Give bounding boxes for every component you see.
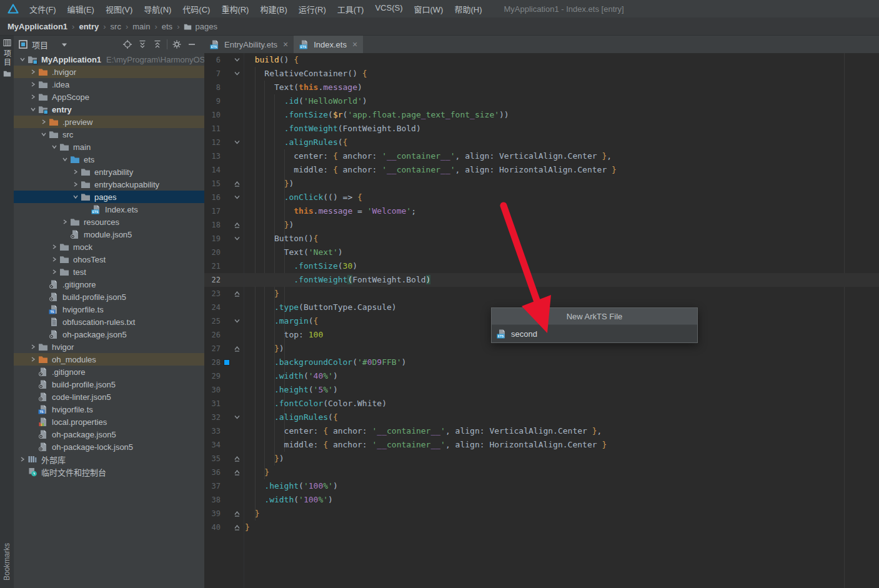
chevron-icon[interactable] xyxy=(17,54,27,64)
fold-collapse-icon[interactable] xyxy=(234,235,241,242)
menu-item[interactable]: 重构(R) xyxy=(216,3,254,15)
tree-row[interactable]: resources xyxy=(14,216,204,228)
breadcrumb-item[interactable]: pages xyxy=(184,22,217,31)
breadcrumb-item[interactable]: main xyxy=(132,22,150,31)
tree-row[interactable]: AppScope xyxy=(14,91,204,103)
chevron-icon[interactable] xyxy=(49,267,59,277)
fold-end-icon[interactable] xyxy=(234,180,241,187)
tree-row[interactable]: obfuscation-rules.txt xyxy=(14,316,204,328)
menu-item[interactable]: 文件(F) xyxy=(24,3,62,15)
tree-row[interactable]: oh-package-lock.json5 xyxy=(14,441,204,453)
code-line[interactable]: 29 .width('40%') xyxy=(204,369,879,383)
code-line[interactable]: 16 .onClick(() => { xyxy=(204,191,879,204)
menu-item[interactable]: 代码(C) xyxy=(177,3,216,15)
tree-row[interactable]: entrybackupability xyxy=(14,178,204,191)
breadcrumb-item[interactable]: ets xyxy=(162,22,172,31)
menu-item[interactable]: 窗口(W) xyxy=(409,3,449,15)
tree-row[interactable]: 外部库 xyxy=(14,453,204,466)
tree-row[interactable]: hvigor xyxy=(14,341,204,353)
code-line[interactable]: 28 .backgroundColor('#0D9FFB') xyxy=(204,356,879,369)
code-line[interactable]: 39 } xyxy=(204,507,879,521)
code-line[interactable]: 34 middle: { anchor: '__container__', al… xyxy=(204,438,879,452)
code-line[interactable]: 6 build() { xyxy=(204,53,879,67)
tree-row[interactable]: test xyxy=(14,266,204,278)
tree-row[interactable]: ohosTest xyxy=(14,253,204,266)
code-line[interactable]: 33 center: { anchor: '__container__', al… xyxy=(204,424,879,438)
stripe-tab-bookmarks[interactable]: Bookmarks xyxy=(0,543,14,581)
close-icon[interactable]: × xyxy=(352,39,357,49)
menu-item[interactable]: 构建(B) xyxy=(254,3,292,15)
chevron-icon[interactable] xyxy=(71,179,81,189)
code-line[interactable]: 38 .width('100%') xyxy=(204,493,879,507)
chevron-icon[interactable] xyxy=(28,104,38,114)
code-line[interactable]: 11 .fontWeight(FontWeight.Bold) xyxy=(204,122,879,136)
tree-row[interactable]: build-profile.json5 xyxy=(14,291,204,303)
chevron-icon[interactable] xyxy=(49,142,59,152)
code-line[interactable]: 32 .alignRules({ xyxy=(204,411,879,424)
chevron-icon[interactable] xyxy=(60,154,70,164)
code-line[interactable]: 23 } xyxy=(204,287,879,301)
collapse-all-icon[interactable] xyxy=(150,38,165,51)
fold-collapse-icon[interactable] xyxy=(234,194,241,201)
tree-row[interactable]: main xyxy=(14,141,204,153)
code-line[interactable]: 27 }) xyxy=(204,342,879,356)
chevron-icon[interactable] xyxy=(49,242,59,252)
code-line[interactable]: 18 }) xyxy=(204,218,879,232)
chevron-icon[interactable] xyxy=(17,454,27,464)
stripe-tab-project[interactable]: 项目 xyxy=(0,39,14,77)
menu-item[interactable]: 帮助(H) xyxy=(449,3,487,15)
breadcrumb-item[interactable]: MyApplication1 xyxy=(7,22,67,31)
tree-row[interactable]: MyApplication1E:\myProgram\HarmonyOS xyxy=(14,53,204,66)
tree-row[interactable]: 临时文件和控制台 xyxy=(14,466,204,478)
code-line[interactable]: 8 Text(this.message) xyxy=(204,81,879,94)
chevron-icon[interactable] xyxy=(71,167,81,177)
tree-row[interactable]: pages xyxy=(14,191,204,203)
code-line[interactable]: 21 .fontSize(30) xyxy=(204,259,879,273)
code-line[interactable]: 37 .height('100%') xyxy=(204,479,879,493)
tree-row[interactable]: .preview xyxy=(14,116,204,128)
chevron-icon[interactable] xyxy=(28,342,38,352)
code-line[interactable]: 17 this.message = 'Welcome'; xyxy=(204,204,879,218)
tree-row[interactable]: .idea xyxy=(14,78,204,91)
code-line[interactable]: 9 .id('HelloWorld') xyxy=(204,94,879,108)
code-line[interactable]: 36 } xyxy=(204,466,879,479)
menu-item[interactable]: 工具(T) xyxy=(332,3,370,15)
expand-all-icon[interactable] xyxy=(135,38,150,51)
chevron-icon[interactable] xyxy=(28,79,38,89)
locate-icon[interactable] xyxy=(120,38,135,51)
tree-row[interactable]: mock xyxy=(14,241,204,253)
code-line[interactable]: 10 .fontSize($r('app.float.page_text_fon… xyxy=(204,108,879,122)
gear-icon[interactable] xyxy=(169,38,184,51)
code-line[interactable]: 35 }) xyxy=(204,452,879,466)
tree-row[interactable]: .gitignore xyxy=(14,366,204,378)
fold-end-icon[interactable] xyxy=(234,345,241,352)
tree-row[interactable]: TShvigorfile.ts xyxy=(14,403,204,416)
breadcrumb-item[interactable]: entry xyxy=(79,22,99,31)
fold-collapse-icon[interactable] xyxy=(234,414,241,421)
code-line[interactable]: 19 Button(){ xyxy=(204,232,879,246)
fold-end-icon[interactable] xyxy=(234,510,241,517)
chevron-icon[interactable] xyxy=(28,92,38,102)
tree-row[interactable]: local.properties xyxy=(14,416,204,428)
menu-item[interactable]: VCS(S) xyxy=(369,3,408,15)
tree-row[interactable]: oh_modules xyxy=(14,353,204,366)
fold-collapse-icon[interactable] xyxy=(234,56,241,64)
menu-item[interactable]: 导航(N) xyxy=(138,3,177,15)
tree-row[interactable]: entry xyxy=(14,103,204,116)
tree-row[interactable]: build-profile.json5 xyxy=(14,378,204,391)
tree-row[interactable]: oh-package.json5 xyxy=(14,328,204,341)
fold-end-icon[interactable] xyxy=(234,221,241,229)
fold-end-icon[interactable] xyxy=(234,290,241,297)
tree-row[interactable]: oh-package.json5 xyxy=(14,428,204,441)
chevron-icon[interactable] xyxy=(28,354,38,364)
chevron-icon[interactable] xyxy=(60,217,70,227)
menu-item[interactable]: 编辑(E) xyxy=(62,3,100,15)
tree-row[interactable]: TShvigorfile.ts xyxy=(14,303,204,316)
fold-collapse-icon[interactable] xyxy=(234,317,241,325)
close-icon[interactable]: × xyxy=(283,39,288,49)
fold-end-icon[interactable] xyxy=(234,524,241,531)
fold-collapse-icon[interactable] xyxy=(234,139,241,146)
tab-index-ets[interactable]: ETS Index.ets × xyxy=(294,36,363,53)
tab-entryability-ets[interactable]: ETS EntryAbility.ets × xyxy=(204,36,294,53)
tree-row[interactable]: src xyxy=(14,128,204,141)
